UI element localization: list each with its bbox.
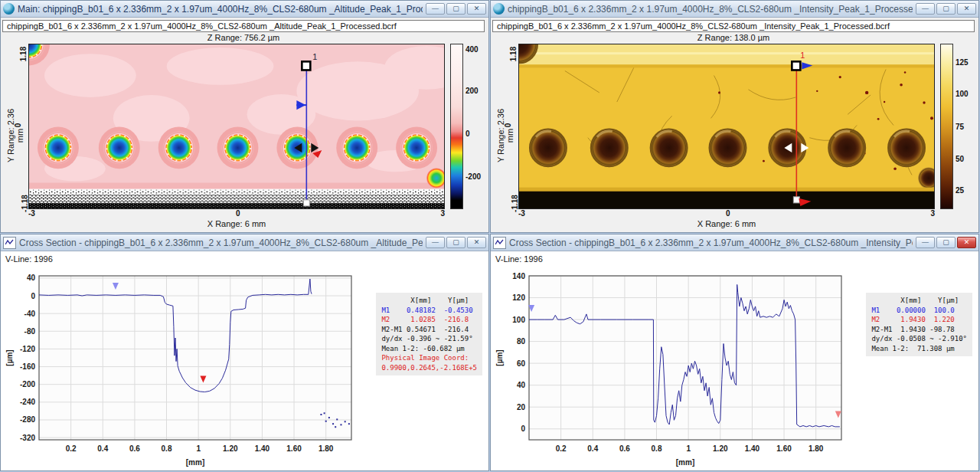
svg-text:60: 60 (517, 359, 526, 368)
svg-text:1: 1 (196, 444, 201, 453)
svg-text:1.40: 1.40 (255, 444, 270, 453)
marker-number: 1 (800, 51, 805, 60)
meas-m2m1: M2-M1 1.9430 -98.78 (871, 326, 954, 333)
marker-number: 1 (312, 52, 317, 61)
meas-mean: Mean 1-2: 71.308 µm (871, 345, 954, 352)
meas-dydx: dy/dx -0.0508 ~ -2.910° (871, 335, 967, 343)
cross-section-icon (493, 237, 506, 249)
svg-text:-280: -280 (20, 415, 35, 424)
mdi-workspace: Main: chippingB_b01_6 x 2.336mm_2 x 1.97… (0, 0, 980, 472)
svg-text:0.4: 0.4 (97, 444, 108, 453)
colorbar-tick: 50 (956, 155, 964, 163)
svg-text:140: 140 (512, 272, 525, 280)
meas-phys-label: Physical Image Coord: (381, 354, 469, 362)
svg-text:20: 20 (517, 403, 526, 411)
meas-mean: Mean 1-2: -60.682 µm (381, 345, 464, 352)
close-button[interactable]: ✕ (467, 3, 486, 15)
svg-text:80: 80 (517, 337, 526, 346)
svg-text:-320: -320 (20, 434, 35, 442)
minimize-button[interactable]: — (426, 3, 445, 15)
titlebar-cross-section-intensity[interactable]: Cross Section - chippingB_b01_6 x 2.336m… (491, 234, 978, 251)
intensity-image-view[interactable]: 1 (518, 44, 935, 209)
close-button[interactable]: ✕ (467, 237, 486, 248)
svg-text:0: 0 (31, 292, 35, 300)
y-axis-label: Y Range: 2.36 mm (496, 101, 514, 170)
titlebar-altitude[interactable]: Main: chippingB_b01_6 x 2.336mm_2 x 1.97… (1, 1, 488, 18)
colorbar-gradient (450, 44, 463, 209)
colorbar-tick: 25 (956, 186, 964, 195)
svg-text:1.60: 1.60 (776, 444, 792, 453)
restore-button[interactable]: ▢ (936, 237, 956, 248)
window-title: Cross Section - chippingB_b01_6 x 2.336m… (19, 238, 423, 248)
svg-text:-240: -240 (20, 398, 35, 406)
titlebar-intensity[interactable]: chippingB_b01_6 x 2.336mm_2 x 1.97um_400… (491, 1, 978, 18)
intensity-profile-chart[interactable]: 0.20.40.60.811.201.401.601.8002040608010… (494, 270, 846, 467)
app-icon (3, 3, 15, 15)
svg-text:[µm]: [µm] (5, 349, 14, 365)
svg-text:0.4: 0.4 (587, 444, 598, 453)
svg-text:1.20: 1.20 (223, 444, 238, 453)
svg-text:40: 40 (27, 274, 36, 282)
x-tick: -3 (518, 209, 525, 219)
svg-text:1.20: 1.20 (713, 444, 728, 453)
minimize-button[interactable]: — (916, 237, 935, 248)
minimize-button[interactable]: — (916, 3, 935, 15)
measurement-readout: X[mm] Y[µm] M1 0.00000 100.0 M2 1.9430 1… (866, 293, 972, 356)
y-tick: 0 (504, 123, 512, 128)
meas-header: X[mm] Y[µm] (381, 297, 469, 304)
svg-text:100: 100 (512, 316, 525, 324)
y-tick: 1.18 (19, 47, 28, 61)
altitude-profile-chart[interactable]: 0.20.40.60.811.201.401.601.80400-40-80-1… (4, 270, 356, 467)
window-cross-section-altitude: Cross Section - chippingB_b01_6 x 2.336m… (0, 234, 489, 471)
svg-text:-40: -40 (24, 310, 36, 318)
svg-text:0.2: 0.2 (66, 444, 77, 453)
svg-text:0: 0 (521, 424, 525, 433)
svg-text:0.2: 0.2 (556, 444, 567, 453)
meas-m2: M2 1.0285 -216.8 (381, 316, 469, 323)
altitude-content: chippingB_b01_6 x 2.336mm_2 x 1.97um_400… (1, 18, 488, 232)
colorbar-tick: 125 (956, 58, 969, 67)
x-axis-ticks: -3 0 3 (28, 209, 445, 219)
colorbar-tick: 75 (956, 123, 964, 131)
meas-dydx: dy/dx -0.396 ~ -21.59° (381, 335, 472, 343)
restore-button[interactable]: ▢ (936, 3, 956, 15)
altitude-colorbar: 400 200 0 -200 (445, 44, 485, 209)
colorbar-tick: 200 (466, 87, 479, 95)
svg-text:-120: -120 (20, 345, 35, 353)
measurement-readout: X[mm] Y[µm] M1 0.48182 -0.4530 M2 1.0285… (376, 293, 482, 375)
svg-text:-80: -80 (24, 327, 36, 336)
z-range-label: Z Range: 756.2 µm (2, 32, 485, 44)
svg-text:0.6: 0.6 (619, 444, 630, 453)
window-intensity-image: chippingB_b01_6 x 2.336mm_2 x 1.97um_400… (490, 0, 979, 233)
z-range-label: Z Range: 138.0 µm (492, 32, 975, 44)
svg-text:0.8: 0.8 (652, 444, 662, 453)
y-axis-label: Y Range: 2.36 mm (6, 101, 24, 170)
meas-m2: M2 1.9430 1.220 (871, 316, 954, 323)
x-tick: 3 (930, 209, 935, 219)
meas-phys-coords: 0.9900,0.2645,-2.168E+5 (381, 364, 477, 372)
y-axis: Y Range: 2.36 mm 1.18 0 -1.18 (492, 44, 518, 209)
restore-button[interactable]: ▢ (446, 237, 466, 248)
svg-text:-200: -200 (20, 380, 35, 388)
minimize-button[interactable]: — (426, 237, 445, 248)
close-button[interactable]: ✕ (957, 237, 976, 248)
svg-text:-160: -160 (20, 362, 35, 371)
cross-section-altitude-content: V-Line: 1996 0.20.40.60.811.201.401.601.… (1, 251, 488, 470)
svg-text:[mm]: [mm] (186, 458, 204, 467)
restore-button[interactable]: ▢ (446, 3, 466, 15)
colorbar-tick: 400 (466, 45, 479, 54)
x-tick: 0 (236, 209, 240, 219)
x-axis-ticks: -3 0 3 (518, 209, 935, 219)
y-tick: 0 (14, 123, 22, 128)
vline-label: V-Line: 1996 (494, 253, 975, 264)
x-axis-label: X Range: 6 mm (518, 219, 935, 231)
y-tick: 1.18 (509, 47, 518, 61)
svg-text:[µm]: [µm] (495, 349, 504, 365)
altitude-heatmap[interactable]: 1 (28, 44, 445, 209)
titlebar-cross-section-altitude[interactable]: Cross Section - chippingB_b01_6 x 2.336m… (1, 234, 488, 251)
close-button[interactable]: ✕ (957, 3, 976, 15)
colorbar-gradient (940, 44, 953, 209)
intensity-content: chippingB_b01_6 x 2.336mm_2 x 1.97um_400… (491, 18, 978, 232)
svg-text:[mm]: [mm] (676, 458, 694, 467)
y-axis: Y Range: 2.36 mm 1.18 0 -1.18 (2, 44, 28, 209)
